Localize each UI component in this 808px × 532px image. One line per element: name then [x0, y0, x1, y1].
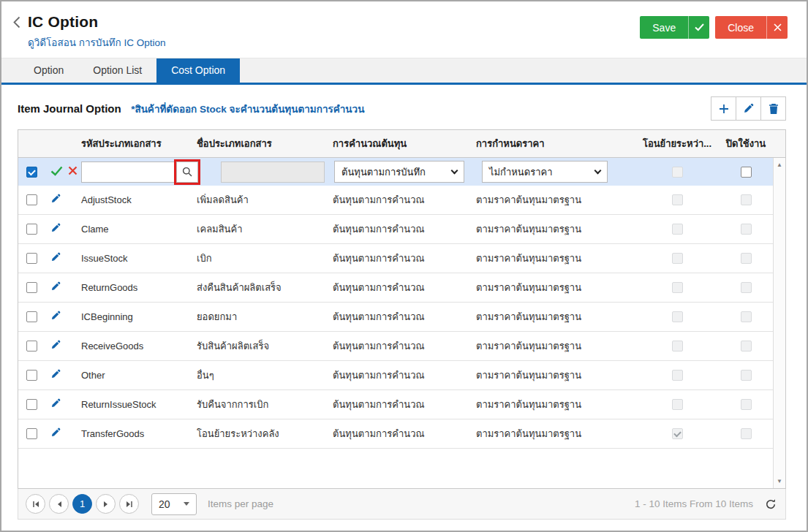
last-page-button[interactable] — [119, 494, 139, 514]
edit-pencil-icon[interactable] — [50, 252, 61, 265]
row-checkbox[interactable] — [26, 370, 37, 381]
cell-cost-calc: ต้นทุนตามการคำนวณ — [333, 244, 476, 273]
cell-pricing: ตามราคาต้นทุนมาตรฐาน — [476, 273, 637, 302]
row-checkbox[interactable] — [26, 428, 37, 439]
cell-pricing: ตามราคาต้นทุนมาตรฐาน — [476, 419, 637, 448]
video-tutorial-link[interactable]: ดูวิดีโอสอน การบันทึก IC Option — [28, 34, 165, 50]
table-row: ReceiveGoods รับสินค้าผลิตเสร็จ ต้นทุนตา… — [18, 332, 773, 361]
cell-doc-code: AdjustStock — [81, 186, 197, 214]
row-checkbox[interactable] — [26, 194, 37, 205]
next-page-button[interactable] — [96, 494, 116, 514]
table-row: Clame เคลมสินค้า ต้นทุนตามการคำนวณ ตามรา… — [18, 215, 773, 244]
edit-pencil-icon[interactable] — [50, 428, 61, 440]
close-button-label: Close — [715, 16, 766, 39]
row-checkbox[interactable] — [26, 399, 37, 410]
first-page-button[interactable] — [26, 494, 45, 514]
header-edit-spacer — [45, 130, 81, 157]
edit-row-button[interactable] — [736, 96, 761, 121]
cell-pricing: ตามราคาต้นทุนมาตรฐาน — [476, 390, 637, 419]
page-size-select[interactable]: 20 — [151, 493, 197, 515]
edit-pencil-icon[interactable] — [50, 340, 61, 352]
cell-doc-code: ReceiveGoods — [81, 332, 197, 360]
cell-doc-code: TransferGoods — [81, 419, 197, 448]
chevron-down-icon — [451, 167, 458, 174]
save-button[interactable]: Save — [640, 16, 709, 39]
table-row: ReturnIssueStock รับคืนจากการเบิก ต้นทุน… — [18, 390, 773, 419]
page-size-value: 20 — [159, 498, 170, 510]
cell-cost-calc: ต้นทุนตามการคำนวณ — [333, 303, 476, 331]
save-check-icon[interactable] — [688, 16, 709, 39]
page-number-button[interactable]: 1 — [72, 494, 92, 514]
vertical-scrollbar[interactable]: ▲ ▼ — [773, 158, 785, 488]
transfer-checkbox — [672, 224, 683, 235]
header-actions: Save Close — [640, 16, 788, 39]
tab-option-list[interactable]: Option List — [78, 58, 156, 83]
cancel-icon[interactable] — [68, 166, 78, 178]
add-row-button[interactable] — [711, 96, 736, 121]
delete-row-button[interactable] — [760, 96, 786, 121]
disable-filter-checkbox[interactable] — [741, 167, 752, 178]
edit-pencil-icon[interactable] — [50, 311, 61, 323]
section-title: Item Journal Option — [18, 102, 121, 115]
cell-cost-calc: ต้นทุนตามการคำนวณ — [333, 215, 476, 243]
prev-page-button[interactable] — [49, 494, 69, 514]
col-header-doc-name: ชื่อประเภทเอกสาร — [197, 130, 333, 157]
doc-code-filter-input[interactable] — [81, 162, 175, 183]
doc-name-filter-input — [221, 162, 325, 183]
back-chevron-icon[interactable] — [13, 16, 20, 28]
col-header-disable: ปิดใช้งาน — [717, 130, 774, 157]
cell-cost-calc: ต้นทุนตามการคำนวณ — [333, 273, 476, 302]
refresh-button[interactable] — [765, 498, 777, 510]
disable-checkbox — [741, 253, 752, 264]
tab-option[interactable]: Option — [19, 58, 78, 83]
close-x-icon[interactable] — [766, 16, 788, 39]
table-row: Other อื่นๆ ต้นทุนตามการคำนวณ ตามราคาต้น… — [18, 361, 773, 390]
cost-calc-select[interactable]: ต้นทุนตามการบันทึก — [334, 161, 464, 183]
filter-edit-row: ต้นทุนตามการบันทึก ไม่กำหนดราคา — [18, 158, 773, 186]
items-per-page-label: Items per page — [208, 498, 273, 509]
cell-doc-name: ยอดยกมา — [197, 303, 333, 331]
disable-checkbox — [741, 428, 752, 439]
cell-pricing: ตามราคาต้นทุนมาตรฐาน — [476, 303, 637, 331]
row-checkbox[interactable] — [26, 253, 37, 264]
confirm-icon[interactable] — [50, 166, 63, 178]
edit-pencil-icon[interactable] — [50, 398, 61, 411]
table-header-row: รหัสประเภทเอกสาร ชื่อประเภทเอกสาร การคำน… — [18, 130, 785, 158]
section-note: *สินค้าที่ตัดออก Stock จะคำนวนต้นทุนตามก… — [131, 104, 364, 115]
cell-doc-name: อื่นๆ — [197, 361, 333, 390]
page-title: IC Option — [28, 13, 98, 31]
cell-doc-name: รับสินค้าผลิตเสร็จ — [197, 332, 333, 360]
pricing-select[interactable]: ไม่กำหนดราคา — [482, 161, 608, 183]
disable-checkbox — [741, 282, 752, 293]
col-header-cost-calc: การคำนวณต้นทุน — [333, 130, 476, 157]
edit-pencil-icon[interactable] — [50, 194, 61, 206]
disable-checkbox — [741, 224, 752, 235]
scroll-down-icon[interactable]: ▼ — [774, 478, 785, 484]
search-button[interactable] — [176, 162, 198, 183]
scroll-up-icon[interactable]: ▲ — [774, 162, 785, 168]
row-checkbox[interactable] — [26, 282, 37, 293]
select-all-checkbox[interactable] — [26, 167, 37, 178]
transfer-filter-checkbox — [672, 167, 683, 178]
edit-pencil-icon[interactable] — [50, 281, 61, 294]
disable-checkbox — [741, 399, 752, 410]
transfer-checkbox — [672, 341, 683, 352]
table-row: ICBeginning ยอดยกมา ต้นทุนตามการคำนวณ ตา… — [18, 303, 773, 332]
col-header-pricing: การกำหนดราคา — [476, 130, 637, 157]
row-checkbox[interactable] — [26, 311, 37, 322]
items-summary: 1 - 10 Items From 10 Items — [635, 498, 753, 509]
cell-pricing: ตามราคาต้นทุนมาตรฐาน — [476, 361, 637, 390]
tab-cost-option[interactable]: Cost Option — [156, 58, 240, 83]
edit-pencil-icon[interactable] — [50, 223, 61, 235]
transfer-checkbox — [672, 194, 683, 205]
close-button[interactable]: Close — [715, 16, 788, 39]
table-row: TransferGoods โอนย้ายระหว่างคลัง ต้นทุนต… — [18, 419, 773, 449]
grid-toolbar — [711, 96, 786, 121]
cell-doc-name: เบิก — [197, 244, 333, 273]
edit-pencil-icon[interactable] — [50, 369, 61, 381]
row-checkbox[interactable] — [26, 224, 37, 235]
header-check-spacer — [18, 130, 45, 157]
cell-doc-code: ReturnIssueStock — [81, 390, 197, 419]
chevron-down-icon — [594, 167, 602, 174]
row-checkbox[interactable] — [26, 341, 37, 352]
